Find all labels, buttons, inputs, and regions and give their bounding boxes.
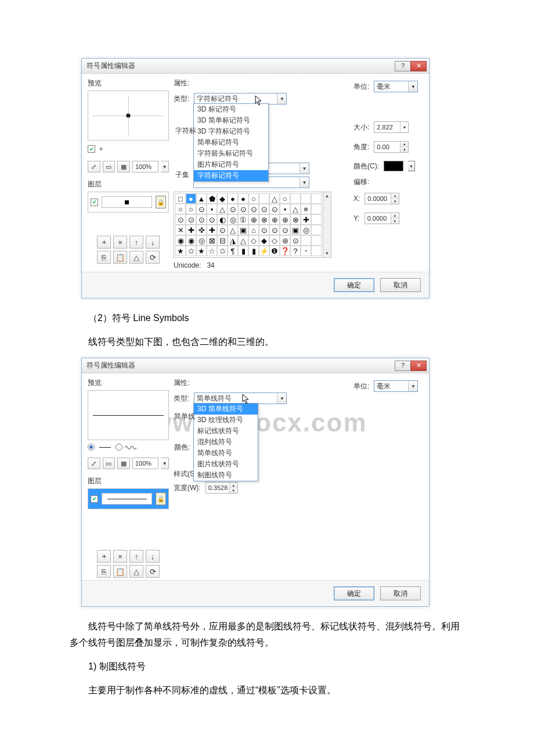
type-combo[interactable]: 简单线符号 ▼ <box>194 393 287 404</box>
layer-up-button[interactable]: ↑ <box>129 236 143 249</box>
layer-lock-icon[interactable]: 🔒 <box>156 492 166 505</box>
width-input[interactable]: 0.3528▲▼ <box>205 482 238 494</box>
help-button[interactable]: ? <box>395 361 411 371</box>
glyph-cell[interactable]: ◮ <box>228 235 238 246</box>
ok-button[interactable]: 确定 <box>334 278 374 292</box>
glyph-cell[interactable]: ✚ <box>186 225 196 235</box>
glyph-cell[interactable]: ⊙ <box>196 204 207 214</box>
glyph-cell[interactable]: △ <box>269 193 280 204</box>
glyph-cell[interactable]: ◎ <box>196 235 207 246</box>
color-dropdown-icon[interactable]: ▼ <box>408 161 415 171</box>
zoom-actual-button[interactable]: ▭ <box>103 458 116 469</box>
glyph-cell[interactable]: ☆ <box>207 246 217 256</box>
glyph-grid[interactable]: □●▲⬟◆●●○△○ ○○⊙▪△⊙⊙⊙⊙⊙▪△≡ ⊙⊙⊙⊙◐◎①⊕⊗⊕⊕⊗✚ ✕… <box>174 192 323 258</box>
type-option[interactable]: 3D 简单线符号 <box>194 404 258 415</box>
type-option[interactable]: 字符箭头标记符号 <box>194 148 268 159</box>
preview-check[interactable]: ✔ <box>88 145 95 153</box>
glyph-cell[interactable] <box>301 193 311 204</box>
glyph-cell[interactable]: ⊛ <box>280 235 290 246</box>
layer-add-button[interactable]: ＋ <box>97 550 111 563</box>
zoom-dropdown[interactable]: ▼ <box>161 458 169 469</box>
layer-lock-icon[interactable]: 🔒 <box>156 196 166 208</box>
glyph-cell[interactable]: ◐ <box>217 214 228 225</box>
layer-copy-button[interactable]: ⎘ <box>97 565 111 578</box>
glyph-cell[interactable]: ◆ <box>259 235 269 246</box>
type-option[interactable]: 混列线符号 <box>194 437 258 448</box>
y-input[interactable]: 0.0000▲▼ <box>365 213 399 224</box>
size-input[interactable]: 2.822▼ <box>374 121 409 133</box>
layers-list[interactable]: ✔ 🔒 <box>88 192 169 213</box>
zoom-grid-button[interactable]: ▦ <box>117 458 130 469</box>
glyph-cell[interactable]: ⬟ <box>207 193 217 204</box>
close-button[interactable]: ✕ <box>410 61 427 71</box>
glyph-cell[interactable] <box>311 204 322 214</box>
type-option[interactable]: 3D 字符标记符号 <box>194 126 268 137</box>
type-option[interactable]: 字符标记符号 <box>194 170 268 181</box>
cancel-button[interactable]: 取消 <box>380 586 421 600</box>
glyph-cell[interactable]: ○ <box>186 204 196 214</box>
glyph-cell[interactable]: ? <box>290 246 301 256</box>
glyph-cell[interactable]: ⊙ <box>290 235 301 246</box>
cancel-button[interactable]: 取消 <box>380 278 421 292</box>
glyph-cell[interactable]: ⊙ <box>248 204 259 214</box>
glyph-cell[interactable]: ⊟ <box>217 235 228 246</box>
preview-mode-wave-radio[interactable] <box>116 444 122 451</box>
layer-preview[interactable] <box>102 493 152 505</box>
glyph-cell[interactable]: ⊗ <box>259 214 269 225</box>
type-option[interactable]: 3D 标记符号 <box>194 104 268 115</box>
layer-copy-button[interactable]: ⎘ <box>97 251 111 264</box>
glyph-cell[interactable]: ▲ <box>196 193 207 204</box>
glyph-cell[interactable]: ▮ <box>248 246 259 256</box>
glyph-cell[interactable]: ✚ <box>207 225 217 235</box>
type-option[interactable]: 3D 纹理线符号 <box>194 415 258 426</box>
glyph-cell[interactable]: ⊙ <box>186 214 196 225</box>
preview-mode-solid-radio[interactable] <box>88 444 95 451</box>
close-button[interactable]: ✕ <box>410 361 427 371</box>
glyph-cell[interactable]: ⊙ <box>228 204 238 214</box>
layer-refresh-button[interactable]: ⟳ <box>146 565 160 578</box>
glyph-cell[interactable]: ⊗ <box>290 214 301 225</box>
type-option[interactable]: 图片标记符号 <box>194 159 268 170</box>
layer-down-button[interactable]: ↓ <box>146 236 160 249</box>
x-input[interactable]: 0.0000▲▼ <box>365 193 399 204</box>
spinner[interactable]: ▲▼ <box>391 193 399 204</box>
unit-combo[interactable]: 毫米 ▼ <box>374 81 418 92</box>
glyph-cell[interactable]: ◇ <box>248 235 259 246</box>
type-option[interactable]: 制图线符号 <box>194 470 258 481</box>
glyph-cell[interactable]: ･ <box>301 246 311 256</box>
glyph-cell[interactable]: ⊠ <box>207 235 217 246</box>
help-button[interactable]: ? <box>395 61 411 71</box>
glyph-cell[interactable]: ▪ <box>207 204 217 214</box>
glyph-cell[interactable]: ⊕ <box>280 214 290 225</box>
glyph-cell[interactable]: ▪ <box>280 204 290 214</box>
layer-paste-button[interactable]: 📋 <box>113 251 127 264</box>
glyph-cell[interactable]: △ <box>228 225 238 235</box>
glyph-cell[interactable]: ❶ <box>269 246 280 256</box>
zoom-dropdown[interactable]: ▼ <box>161 161 169 172</box>
zoom-value[interactable]: 100% <box>132 458 158 469</box>
glyph-cell[interactable] <box>311 214 322 225</box>
glyph-cell[interactable]: ▣ <box>238 225 248 235</box>
glyph-cell[interactable] <box>311 193 322 204</box>
glyph-cell[interactable]: ◉ <box>175 235 186 246</box>
glyph-cell[interactable]: ○ <box>248 193 259 204</box>
glyph-cell[interactable]: ✚ <box>301 214 311 225</box>
glyph-cell[interactable] <box>290 193 301 204</box>
glyph-cell[interactable]: ◇ <box>269 235 280 246</box>
glyph-cell[interactable]: ⊕ <box>269 214 280 225</box>
glyph-cell[interactable]: □ <box>175 193 186 204</box>
spinner[interactable]: ▲▼ <box>400 142 408 152</box>
glyph-cell[interactable]: ◎ <box>301 225 311 235</box>
glyph-scrollbar[interactable]: ▲ ▼ <box>323 192 331 258</box>
glyph-cell[interactable]: △ <box>238 235 248 246</box>
ok-button[interactable]: 确定 <box>334 586 374 600</box>
glyph-cell[interactable]: ❓ <box>280 246 290 256</box>
glyph-cell[interactable]: ⊙ <box>238 204 248 214</box>
type-option[interactable]: 3D 简单标记符号 <box>194 115 268 126</box>
type-dropdown-list[interactable]: 简单线 颜色: 3D 简单线符号 3D 纹理线符号 标记线状符号 混列线符号 简… <box>193 403 258 481</box>
glyph-cell[interactable]: ⊙ <box>196 214 207 225</box>
glyph-cell[interactable]: ⊕ <box>248 214 259 225</box>
color-swatch[interactable] <box>384 161 403 171</box>
glyph-cell[interactable]: ⊙ <box>269 225 280 235</box>
glyph-cell[interactable]: ✕ <box>175 225 186 235</box>
